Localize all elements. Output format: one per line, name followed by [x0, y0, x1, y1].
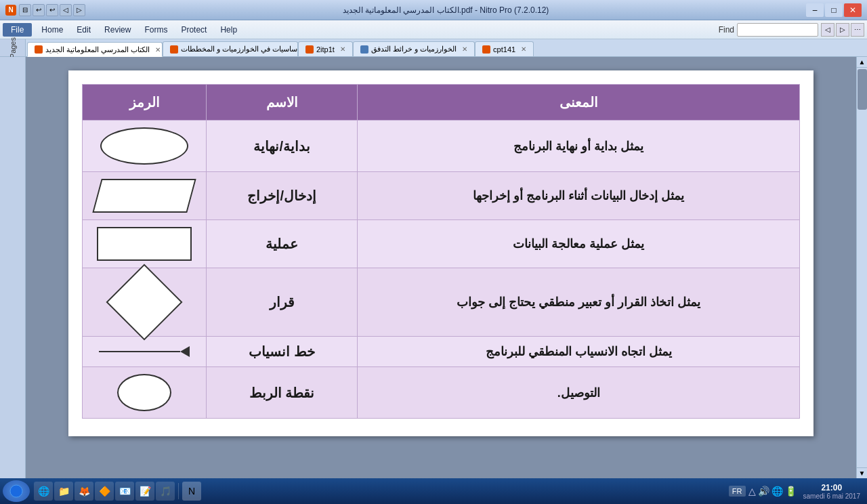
system-tray: △ 🔊 🌐 🔋: [748, 486, 797, 497]
tab-label-1: أساسيات في الخوارزميات و المخططات: [181, 45, 298, 54]
clock-time: 21:00: [803, 483, 861, 492]
arrow-shape: [93, 346, 195, 357]
find-input[interactable]: [737, 23, 818, 37]
scroll-down-button[interactable]: ▼: [857, 467, 867, 478]
tab-close-4[interactable]: ✕: [521, 45, 526, 53]
tab-label-2: 2itp1t: [316, 45, 335, 54]
name-2: إدخال/إخراج: [207, 172, 358, 220]
app-icon: N: [5, 5, 16, 16]
clock-date: samedi 6 mai 2017: [803, 492, 861, 500]
symbol-1: [83, 121, 207, 172]
tb-btn-2[interactable]: ↩: [33, 4, 45, 16]
taskbar-separator: [178, 483, 179, 499]
menu-home[interactable]: Home: [35, 23, 70, 37]
find-options-button[interactable]: ⋯: [851, 23, 864, 37]
content-area[interactable]: المعنى الاسم الرمز يمثل بداية أو نهاية ا…: [26, 57, 856, 478]
title-bar-menu-buttons: ⊟ ↩ ↩ ◁ ▷: [19, 4, 85, 16]
menu-forms[interactable]: Forms: [138, 23, 174, 37]
tb-btn-4[interactable]: ◁: [60, 4, 72, 16]
taskbar-app-icon-2[interactable]: 📧: [115, 482, 134, 501]
tab-close-2[interactable]: ✕: [340, 45, 345, 53]
search-area: Find ◁ ▷ ⋯: [719, 23, 864, 37]
taskbar-right: FR △ 🔊 🌐 🔋 21:00 samedi 6 mai 2017: [729, 483, 864, 500]
clock-area[interactable]: 21:00 samedi 6 mai 2017: [799, 483, 865, 500]
find-prev-button[interactable]: ◁: [821, 23, 834, 37]
maximize-button[interactable]: □: [825, 3, 843, 17]
menu-help[interactable]: Help: [213, 23, 244, 37]
scroll-up-button[interactable]: ▲: [857, 57, 867, 68]
parallelogram-shape: [92, 179, 196, 213]
tb-btn-5[interactable]: ▷: [73, 4, 85, 16]
name-1: بداية/نهاية: [207, 121, 358, 172]
meaning-2: يمثل إدخال البيانات أثناء البرنامج أو إخ…: [358, 172, 800, 220]
table-row: يمثل اتخاذ القرار أو تعبير منطقي يحتاج إ…: [83, 268, 800, 337]
tray-icon-4[interactable]: 🔋: [785, 486, 797, 497]
pdf-page: المعنى الاسم الرمز يمثل بداية أو نهاية ا…: [68, 70, 813, 436]
table-row: يمثل إدخال البيانات أثناء البرنامج أو إخ…: [83, 172, 800, 220]
diamond-shape: [106, 264, 182, 340]
tab-label-4: cpt141: [493, 45, 515, 54]
tab-close-3[interactable]: ✕: [462, 45, 467, 53]
meaning-6: التوصيل.: [358, 367, 800, 419]
tab-icon-0: [35, 45, 43, 54]
tray-icon-3[interactable]: 🌐: [771, 486, 783, 497]
tray-icon-2[interactable]: 🔊: [758, 486, 769, 497]
svg-point-0: [10, 485, 22, 497]
pages-panel: Pages: [0, 39, 26, 56]
meaning-5: يمثل اتجاه الانسياب المنطقي للبرنامج: [358, 337, 800, 367]
meaning-4: يمثل اتخاذ القرار أو تعبير منطقي يحتاج إ…: [358, 268, 800, 337]
menu-edit[interactable]: Edit: [70, 23, 98, 37]
flowchart-table: المعنى الاسم الرمز يمثل بداية أو نهاية ا…: [82, 84, 800, 419]
tab-1[interactable]: أساسيات في الخوارزميات و المخططات ✕: [163, 41, 298, 56]
tab-3[interactable]: الخوارزميات و خرائط التدفق ✕: [353, 41, 475, 56]
window-title: الكتاب المدرسي المعلوماتية الجديد.pdf - …: [85, 5, 806, 15]
tab-4[interactable]: cpt141 ✕: [475, 41, 534, 56]
arrow-line-icon: [99, 351, 180, 353]
taskbar-app-icon-1[interactable]: 🔶: [95, 482, 114, 501]
taskbar-nitro-icon[interactable]: N: [182, 482, 201, 501]
header-name: الاسم: [207, 85, 358, 121]
find-next-button[interactable]: ▷: [836, 23, 849, 37]
symbol-2: [83, 172, 207, 220]
close-button[interactable]: ✕: [844, 3, 862, 17]
tab-close-0[interactable]: ✕: [155, 46, 161, 54]
menu-file[interactable]: File: [3, 23, 32, 37]
meaning-3: يمثل عملية معالجة البيانات: [358, 220, 800, 268]
main-area: المعنى الاسم الرمز يمثل بداية أو نهاية ا…: [0, 57, 867, 478]
tab-0[interactable]: الكتاب المدرسي المعلوماتية الجديد ✕: [27, 42, 163, 57]
tb-btn-1[interactable]: ⊟: [19, 4, 31, 16]
title-bar: N ⊟ ↩ ↩ ◁ ▷ الكتاب المدرسي المعلوماتية ا…: [0, 0, 867, 20]
taskbar-app-icon-3[interactable]: 📝: [135, 482, 154, 501]
header-meaning: المعنى: [358, 85, 800, 121]
start-button[interactable]: [3, 480, 30, 502]
taskbar-folder-icon[interactable]: 📁: [54, 482, 73, 501]
menu-protect[interactable]: Protect: [174, 23, 213, 37]
tab-icon-3: [360, 45, 368, 54]
taskbar-app-icon-4[interactable]: 🎵: [156, 482, 175, 501]
meaning-1: يمثل بداية أو نهاية البرنامج: [358, 121, 800, 172]
minimize-button[interactable]: –: [806, 3, 824, 17]
table-row: يمثل بداية أو نهاية البرنامج بداية/نهاية: [83, 121, 800, 172]
title-bar-left: N ⊟ ↩ ↩ ◁ ▷: [5, 4, 85, 16]
tab-2[interactable]: 2itp1t ✕: [298, 41, 353, 56]
scroll-thumb[interactable]: [858, 69, 867, 110]
right-scrollbar[interactable]: ▲ ▼: [856, 57, 867, 478]
menu-review[interactable]: Review: [98, 23, 138, 37]
rectangle-shape: [97, 227, 192, 261]
ellipse-shape: [100, 127, 188, 165]
name-5: خط انسياب: [207, 337, 358, 367]
taskbar-browser-icon[interactable]: 🦊: [75, 482, 93, 501]
left-panel: [0, 57, 26, 478]
tray-icon-1[interactable]: △: [748, 486, 756, 497]
name-4: قرار: [207, 268, 358, 337]
table-row: يمثل عملية معالجة البيانات عملية: [83, 220, 800, 268]
taskbar-ie-icon[interactable]: 🌐: [34, 482, 53, 501]
tab-icon-2: [305, 45, 314, 54]
table-row: التوصيل. نقطة الربط: [83, 367, 800, 419]
language-indicator: FR: [729, 486, 746, 497]
arrow-head-icon: [180, 346, 190, 357]
pages-label: Pages: [9, 37, 17, 58]
tb-btn-3[interactable]: ↩: [46, 4, 58, 16]
symbol-3: [83, 220, 207, 268]
header-symbol: الرمز: [83, 85, 207, 121]
